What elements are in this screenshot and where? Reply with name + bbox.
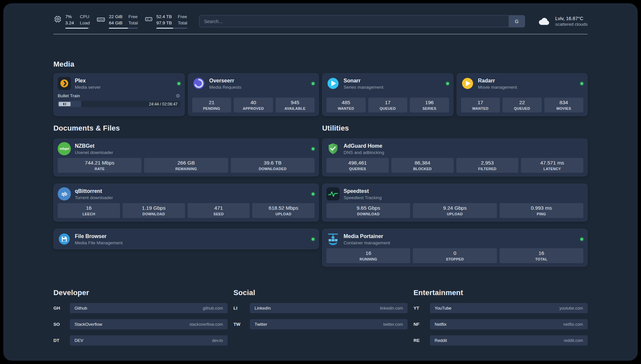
stat-tile: 21 PENDING [192, 98, 231, 112]
bookmark-github[interactable]: Github github.com [70, 303, 228, 313]
app-card-overseerr[interactable]: Overseerr Media Requests 21 PENDING 40 A… [188, 73, 319, 116]
stat-value: 22 [504, 100, 540, 106]
stat-value: 39.6 TB [232, 160, 313, 166]
bookmark-abbr: GH [53, 306, 65, 311]
bookmark-row: DT DEV dev.to [53, 335, 228, 346]
cpu-label-1: CPU [80, 14, 90, 20]
stat-value: 86,384 [393, 160, 452, 166]
ram-total-value: 64 GiB [109, 20, 122, 26]
status-dot [446, 82, 449, 85]
radarr-icon [461, 77, 474, 90]
stat-label: WANTED [328, 106, 364, 110]
bookmark-reddit[interactable]: Reddit reddit.com [430, 335, 588, 346]
app-subtitle: DNS and adblocking [344, 150, 384, 155]
stat-tile: 618.52 Mbps UPLOAD [252, 203, 315, 218]
stat-label: UPLOAD [254, 212, 313, 216]
stat-tile: 266 GB REMAINING [144, 158, 228, 173]
status-dot [312, 82, 315, 85]
stat-tile: 86,384 BLOCKED [391, 158, 454, 173]
disk-metric-values: 52.4 TB Free 97.9 TB Total [156, 14, 187, 26]
app-card-sonarr[interactable]: Sonarr Series management 485 WANTED 17 Q… [322, 73, 453, 116]
stat-label: DOWNLOAD [124, 212, 184, 216]
bookmark-group-developer: Developer GH Github github.com SO StackO… [53, 288, 228, 346]
app-subtitle: Speedtest Tracking [344, 195, 382, 200]
cpu-load-value: 3.24 [65, 20, 74, 26]
nzbget-icon-text: nzbget [60, 147, 69, 150]
bookmark-stackoverflow[interactable]: StackOverflow stackoverflow.com [70, 319, 228, 329]
bookmark-dev[interactable]: DEV dev.to [70, 335, 228, 346]
bookmark-domain: stackoverflow.com [189, 322, 223, 327]
bookmark-abbr: RE [413, 338, 425, 343]
search-input[interactable] [199, 15, 509, 27]
stat-label: WANTED [462, 106, 499, 110]
app-name: Radarr [478, 77, 517, 84]
cpu-label-2: Load [80, 20, 90, 26]
cpu-metric-values: 7% CPU 3.24 Load [65, 14, 90, 26]
disk-progress-bar [156, 28, 187, 29]
app-card-nzbget[interactable]: nzbget NZBGet Usenet downloader 744.21 M… [53, 138, 319, 176]
app-card-filebrowser[interactable]: File Browser Media File Management [53, 229, 319, 249]
stat-label: REMAINING [145, 167, 227, 171]
app-subtitle: Usenet downloader [75, 150, 113, 155]
app-card-plex[interactable]: Plex Media server Bullet Train ⚙ 24:44 /… [53, 73, 185, 116]
bookmarks-zone: Developer GH Github github.com SO StackO… [53, 288, 588, 346]
weather-text: Lviv, 16.87°C scattered clouds [555, 16, 588, 27]
stat-label: QUEUED [504, 106, 540, 110]
playback-progress-bar: 24:44 / 02:06:47 [58, 101, 180, 107]
stat-label: PENDING [194, 106, 230, 110]
stat-tile: 196 SERIES [410, 98, 449, 112]
stat-value: 47.571 ms [522, 160, 582, 166]
section-title-social: Social [233, 288, 408, 297]
bookmark-group-entertainment: Entertainment YT YouTube youtube.com NF … [413, 288, 588, 346]
stat-value: 266 GB [145, 160, 227, 166]
stat-value: 17 [370, 100, 406, 106]
bookmark-row: NF Netflix netflix.com [413, 319, 588, 329]
ram-free-value: 22 GiB [109, 14, 122, 20]
portainer-icon [326, 232, 340, 246]
stat-label: DOWNLOADED [232, 167, 313, 171]
stat-label: PING [501, 212, 582, 216]
stat-value: 2,953 [458, 160, 517, 166]
app-card-qbittorrent[interactable]: qb qBittorrent Torrent downloader 16 [53, 184, 319, 222]
search-engine-button[interactable]: G [509, 15, 525, 27]
bookmark-name: DEV [75, 338, 83, 343]
gear-icon[interactable]: ⚙ [176, 93, 180, 98]
stat-value: 40 [235, 100, 272, 106]
stat-label: RUNNING [328, 257, 409, 261]
ram-metric: 22 GiB Free 64 GiB Total [96, 14, 138, 29]
bookmark-group-social: Social LI LinkedIn linkedin.com TW Twitt… [233, 288, 408, 346]
app-card-adguard[interactable]: AdGuard Home DNS and adblocking 498,461 … [322, 138, 588, 176]
stat-value: 16 [328, 250, 409, 256]
cpu-icon [53, 15, 62, 23]
app-card-speedtest[interactable]: Speedtest Speedtest Tracking 9.65 Gbps D… [322, 184, 588, 222]
bookmark-name: YouTube [435, 306, 451, 311]
cpu-percent: 7% [65, 14, 74, 20]
stat-value: 485 [328, 100, 364, 106]
app-card-radarr[interactable]: Radarr Movie management 17 WANTED 22 QUE… [457, 73, 588, 116]
stat-value: 0 [414, 250, 495, 256]
stat-label: BLOCKED [393, 167, 452, 171]
bookmark-row: LI LinkedIn linkedin.com [233, 303, 408, 313]
app-subtitle: Media server [75, 85, 101, 90]
section-title-entertainment: Entertainment [413, 288, 588, 297]
ram-label-2: Total [129, 20, 138, 26]
bookmark-netflix[interactable]: Netflix netflix.com [430, 319, 588, 329]
bookmark-youtube[interactable]: YouTube youtube.com [430, 303, 588, 313]
plex-icon [58, 77, 71, 90]
bookmark-abbr: YT [413, 306, 425, 311]
pause-button[interactable] [59, 102, 71, 106]
app-name: Speedtest [344, 188, 382, 194]
app-name: NZBGet [75, 143, 113, 149]
dashboard-content: 7% CPU 3.24 Load [53, 14, 588, 346]
app-subtitle: Movie management [478, 85, 517, 90]
app-card-portainer[interactable]: Media Portainer Container management 16 … [322, 229, 588, 267]
bookmark-domain: reddit.com [564, 338, 583, 343]
status-dot [312, 238, 315, 241]
stat-label: QUEUED [370, 106, 406, 110]
stat-value: 1.19 Gbps [124, 205, 184, 211]
stat-value: 196 [411, 100, 448, 106]
bookmark-linkedin[interactable]: LinkedIn linkedin.com [250, 303, 408, 313]
status-dot [580, 82, 583, 85]
stat-tile: 16 LEECH [58, 203, 120, 218]
bookmark-twitter[interactable]: Twitter twitter.com [250, 319, 408, 329]
